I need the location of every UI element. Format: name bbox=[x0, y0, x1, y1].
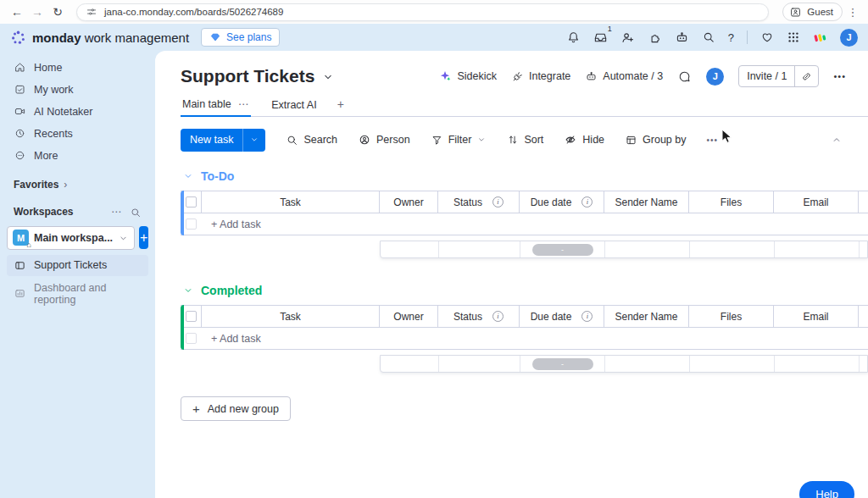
user-avatar[interactable]: J bbox=[840, 29, 858, 47]
address-bar[interactable]: jana-co.monday.com/boards/5026274689 bbox=[76, 3, 769, 21]
sidebar-item-recents[interactable]: Recents bbox=[7, 123, 148, 144]
ai-assistant-icon[interactable] bbox=[675, 30, 689, 45]
column-header-due-date[interactable]: Due datei bbox=[520, 191, 604, 213]
search-icon[interactable] bbox=[702, 30, 715, 44]
summary-cell bbox=[860, 241, 867, 257]
plus-icon: + bbox=[192, 401, 200, 416]
select-all-checkbox[interactable] bbox=[186, 196, 197, 208]
toolbar-more-icon[interactable]: ••• bbox=[706, 136, 718, 145]
browser-menu-icon[interactable]: ⋮ bbox=[846, 6, 860, 19]
column-header-sender-name[interactable]: Sender Name bbox=[604, 191, 689, 213]
info-icon[interactable]: i bbox=[581, 196, 593, 208]
inbox-icon[interactable]: 1 bbox=[593, 30, 608, 45]
search-button[interactable]: Search bbox=[286, 134, 337, 147]
column-header-task[interactable]: Task bbox=[202, 191, 380, 213]
add-new-group-button[interactable]: + Add new group bbox=[181, 396, 291, 421]
group-color-bar bbox=[181, 191, 184, 235]
add-task-row[interactable]: + Add task bbox=[181, 213, 868, 235]
collapse-group-icon[interactable] bbox=[182, 285, 194, 296]
filter-button[interactable]: Filter bbox=[431, 134, 487, 147]
notifications-bell-icon[interactable] bbox=[566, 30, 581, 45]
sidebar-item-more[interactable]: More bbox=[7, 145, 148, 166]
group-by-button[interactable]: Group by bbox=[625, 134, 686, 147]
page-root: ← → ↻ jana-co.monday.com/boards/50262746… bbox=[0, 0, 868, 498]
workspaces-search-icon[interactable] bbox=[130, 206, 142, 219]
chevron-down-icon[interactable] bbox=[476, 135, 487, 145]
copy-link-icon[interactable] bbox=[794, 66, 818, 86]
add-view-button[interactable]: + bbox=[337, 97, 344, 116]
browser-profile-button[interactable]: Guest bbox=[782, 3, 843, 21]
sort-button[interactable]: Sort bbox=[507, 134, 543, 146]
board-more-icon[interactable]: ••• bbox=[833, 71, 846, 81]
invite-members-icon[interactable] bbox=[620, 30, 635, 45]
add-task-label[interactable]: + Add task bbox=[202, 213, 261, 235]
dashboard-icon bbox=[14, 287, 26, 300]
sidebar-board-support-tickets[interactable]: Support Tickets bbox=[7, 255, 148, 276]
tab-options-icon[interactable]: ⋯ bbox=[238, 97, 250, 110]
info-icon[interactable]: i bbox=[492, 196, 504, 208]
help-icon[interactable]: ? bbox=[728, 31, 734, 44]
sidekick-button[interactable]: Sidekick bbox=[438, 69, 497, 83]
column-header-email[interactable]: Email bbox=[774, 306, 859, 327]
board-panel: Support Tickets Sidekick Integrate Autom… bbox=[155, 51, 868, 498]
select-all-checkbox[interactable] bbox=[186, 311, 197, 322]
automate-button[interactable]: Automate / 3 bbox=[585, 70, 663, 83]
notetaker-icon bbox=[14, 105, 26, 118]
column-header-due-date[interactable]: Due datei bbox=[520, 306, 604, 327]
apps-marketplace-icon[interactable] bbox=[648, 30, 662, 45]
integrate-button[interactable]: Integrate bbox=[511, 70, 570, 83]
invite-button[interactable]: Invite / 1 bbox=[739, 66, 794, 86]
app-top-bar: monday work management See plans 1 ? J bbox=[0, 24, 868, 51]
column-header-status[interactable]: Statusi bbox=[438, 191, 520, 213]
monday-mark-icon bbox=[813, 30, 827, 45]
see-plans-button[interactable]: See plans bbox=[201, 28, 280, 47]
sidebar-item-home[interactable]: Home bbox=[7, 57, 148, 78]
browser-back-icon[interactable]: ← bbox=[8, 3, 25, 20]
board-member-avatar[interactable]: J bbox=[706, 68, 724, 86]
column-header-email[interactable]: Email bbox=[774, 191, 859, 213]
add-task-row[interactable]: + Add task bbox=[181, 328, 868, 350]
group-title[interactable]: To-Do bbox=[181, 169, 868, 183]
column-header-files[interactable]: Files bbox=[689, 306, 774, 327]
sidebar-item-ai-notetaker[interactable]: AI Notetaker bbox=[7, 101, 148, 122]
vibe-heart-icon[interactable] bbox=[760, 30, 774, 44]
board-chat-icon[interactable] bbox=[677, 69, 692, 84]
column-header-files[interactable]: Files bbox=[689, 191, 774, 213]
group-title[interactable]: Completed bbox=[181, 284, 868, 297]
column-header-status[interactable]: Statusi bbox=[438, 306, 520, 327]
new-task-button[interactable]: New task bbox=[181, 129, 265, 152]
board-icon bbox=[14, 259, 26, 272]
person-filter-button[interactable]: Person bbox=[358, 133, 410, 147]
favorites-section[interactable]: Favorites › bbox=[0, 167, 155, 196]
info-icon[interactable]: i bbox=[492, 311, 504, 322]
workspaces-more-icon[interactable]: ⋯ bbox=[111, 206, 121, 218]
tab-main-table[interactable]: Main table ⋯ bbox=[181, 97, 251, 117]
product-switcher-icon[interactable] bbox=[787, 30, 800, 44]
column-header-owner[interactable]: Owner bbox=[380, 191, 438, 213]
column-header-task[interactable]: Task bbox=[202, 306, 380, 327]
mouse-cursor bbox=[721, 129, 733, 146]
browser-reload-icon[interactable]: ↻ bbox=[49, 3, 66, 20]
workspace-selector[interactable]: M Main workspa... bbox=[7, 226, 135, 250]
board-title[interactable]: Support Tickets bbox=[181, 66, 335, 86]
add-task-label[interactable]: + Add task bbox=[202, 328, 261, 349]
collapse-group-icon[interactable] bbox=[182, 170, 194, 182]
add-workspace-item-button[interactable]: + bbox=[139, 226, 148, 249]
group-completed: Completed Task Owner Statusi Due datei S… bbox=[181, 284, 868, 373]
sidebar-item-my-work[interactable]: My work bbox=[7, 79, 148, 100]
hide-button[interactable]: Hide bbox=[564, 133, 604, 147]
collapse-header-button[interactable] bbox=[827, 130, 846, 149]
funnel-icon bbox=[431, 134, 443, 147]
brand[interactable]: monday work management bbox=[10, 30, 189, 46]
tab-extract-ai[interactable]: Extract AI bbox=[270, 99, 319, 116]
site-settings-icon[interactable] bbox=[86, 6, 97, 18]
profile-card-icon bbox=[789, 6, 802, 19]
summary-owner-cell bbox=[381, 356, 439, 372]
browser-forward-icon[interactable]: → bbox=[29, 3, 46, 20]
column-header-sender-name[interactable]: Sender Name bbox=[604, 306, 689, 327]
info-icon[interactable]: i bbox=[581, 311, 593, 322]
column-header-owner[interactable]: Owner bbox=[380, 306, 438, 327]
sidebar-board-dashboard[interactable]: Dashboard and reporting bbox=[7, 278, 148, 310]
new-task-dropdown-icon[interactable] bbox=[242, 129, 265, 152]
help-button[interactable]: Help bbox=[799, 481, 854, 498]
